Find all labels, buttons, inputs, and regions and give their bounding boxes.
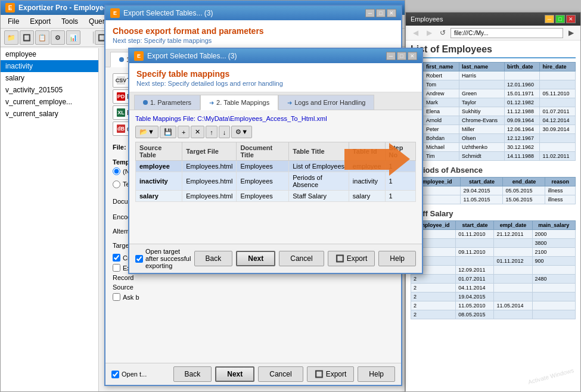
- menu-file[interactable]: File: [3, 16, 24, 27]
- mappings-open-btn[interactable]: 📂▼: [135, 126, 159, 138]
- next-button-back[interactable]: Next: [215, 366, 254, 382]
- row-inactivity-source: inactivity: [136, 172, 182, 191]
- mappings-add-btn[interactable]: +: [178, 126, 189, 138]
- salary-table: employee_id start_date empl_date main_sa…: [411, 220, 576, 319]
- emp-col-lname: last_name: [459, 63, 504, 71]
- open-target-checkbox-back[interactable]: [111, 371, 119, 378]
- dialog-back-minimize[interactable]: ─: [365, 9, 375, 17]
- browser-window: Employees ─ □ ✕ ◀ ▶ ↺ ▶ List of Employee…: [405, 12, 581, 392]
- abs-col-start: start_date: [461, 178, 503, 186]
- ask-row: Ask b: [113, 293, 394, 301]
- address-bar[interactable]: [450, 28, 563, 38]
- ask-label: Ask b: [123, 294, 139, 301]
- dialog-back-close[interactable]: ✕: [387, 9, 396, 17]
- browser-close[interactable]: ✕: [566, 15, 576, 23]
- row-salary-step-no: 1: [385, 191, 415, 202]
- toolbar-btn-3[interactable]: 📋: [35, 30, 49, 45]
- help-button-front[interactable]: Help: [378, 251, 416, 266]
- absence-table: employee_id start_date end_date reason 5…: [411, 177, 576, 204]
- col-header-table-title: Table Title: [289, 142, 349, 161]
- dialog-front-title: Export Selected Tables... (3): [147, 52, 237, 60]
- mappings-save-btn[interactable]: 💾: [160, 126, 176, 138]
- help-button-back[interactable]: Help: [358, 366, 395, 382]
- abs-col-reason: reason: [545, 178, 576, 186]
- back-button-back[interactable]: Back: [173, 366, 212, 382]
- row-salary-target: Employees.html: [182, 191, 237, 202]
- pdf-icon: PD: [117, 92, 125, 101]
- browser-back-btn[interactable]: ◀: [409, 27, 421, 38]
- back-button-front[interactable]: Back: [194, 251, 233, 266]
- mappings-up-btn[interactable]: ↑: [206, 126, 218, 138]
- sidebar-item-salary[interactable]: salary: [1, 72, 98, 84]
- sidebar-item-inactivity[interactable]: inactivity: [1, 60, 98, 72]
- sidebar-item-v-current-salary[interactable]: v_current_salary: [1, 108, 98, 120]
- browser-content: List of Employees id first_name last_nam…: [406, 41, 580, 323]
- table-row-salary[interactable]: salary Employees.html Employees Staff Sa…: [136, 191, 416, 202]
- toolbar-btn-5[interactable]: 📊: [66, 30, 80, 45]
- sidebar-item-label-salary: salary: [5, 74, 24, 82]
- next-button-front[interactable]: Next: [236, 251, 275, 266]
- sidebar-item-label-inactivity: inactivity: [5, 62, 33, 70]
- mappings-config-btn[interactable]: ⚙▼: [231, 126, 252, 138]
- sidebar-item-v-current-employee[interactable]: v_current_employe...: [1, 96, 98, 108]
- toolbar-btn-2[interactable]: 🔲: [20, 30, 34, 45]
- row-employee-doc-title: Employees: [237, 161, 289, 172]
- open-target-checkbox-front[interactable]: [135, 255, 143, 263]
- toolbar-btn-4[interactable]: ⚙: [51, 30, 65, 45]
- browser-minimize[interactable]: ─: [545, 15, 554, 23]
- dialog-back-maximize[interactable]: □: [376, 9, 386, 17]
- dialog-front-restore[interactable]: □: [397, 52, 406, 60]
- cancel-button-back[interactable]: Cancel: [258, 366, 303, 382]
- export-button-back[interactable]: 🔲 Export: [307, 366, 355, 382]
- sidebar-item-employee[interactable]: employee: [1, 48, 98, 60]
- page-title: List of Employees: [411, 44, 576, 58]
- row-employee-source: employee: [136, 161, 182, 172]
- sidebar-item-label-v-current-employee: v_current_employe...: [5, 98, 72, 106]
- dialog-back-footer: Open t... Back Next Cancel 🔲 Export Help: [105, 363, 401, 385]
- create-checkbox[interactable]: [113, 254, 120, 262]
- menu-tools[interactable]: Tools: [57, 16, 83, 27]
- toolbar-btn-1[interactable]: 📁: [4, 30, 18, 45]
- mappings-toolbar: 📂▼ 💾 + ✕ ↑ ↓ ⚙▼: [135, 126, 416, 138]
- tab-logs-front[interactable]: ➜ Logs and Error Handling: [278, 95, 374, 110]
- salary-title: Staff Salary: [411, 209, 576, 218]
- mappings-down-btn[interactable]: ↓: [219, 126, 231, 138]
- dialog-front-footer: Open target after successful exporting B…: [129, 244, 422, 273]
- browser-maximize[interactable]: □: [555, 15, 565, 23]
- sidebar-item-v-activity[interactable]: v_activity_201505: [1, 84, 98, 96]
- cancel-button-front[interactable]: Cancel: [279, 251, 324, 266]
- dialog-back-header: Choose export format and parameters Next…: [105, 20, 401, 49]
- dialog-front-sub-header: Next step: Specify detailed logs and err…: [136, 80, 415, 87]
- arrow-indicator: [344, 143, 410, 178]
- row-salary-doc-title: Employees: [237, 191, 289, 202]
- dialog-front-minimize[interactable]: ─: [386, 52, 396, 60]
- tab-table-mappings-front[interactable]: ➜ 2. Table Mappings: [200, 95, 278, 110]
- col-header-doc-title: Document Title: [237, 142, 289, 161]
- browser-title: Employees: [411, 15, 443, 23]
- app-icon: E: [5, 3, 15, 13]
- dialog-back-titlebar: E Export Selected Tables... (3) ─ □ ✕: [105, 6, 401, 20]
- menu-export[interactable]: Export: [25, 16, 55, 27]
- browser-refresh-btn[interactable]: ↺: [437, 27, 449, 38]
- export-button-front[interactable]: 🔲 Export: [328, 251, 375, 266]
- browser-nav: ◀ ▶ ↺ ▶: [406, 26, 580, 41]
- export-checkbox[interactable]: [113, 264, 120, 272]
- tab-parameters-front[interactable]: 1. Parameters: [134, 95, 200, 110]
- mappings-delete-btn[interactable]: ✕: [191, 126, 204, 138]
- sidebar-item-label-employee: employee: [5, 50, 36, 58]
- dialog-back-icon: E: [110, 8, 120, 18]
- sal-col-empldate: empl_date: [494, 221, 532, 230]
- dialog-front-close[interactable]: ✕: [408, 52, 417, 60]
- emp-col-fname: first_name: [423, 63, 459, 71]
- row-inactivity-target: Employees.html: [182, 172, 237, 191]
- browser-titlebar: Employees ─ □ ✕: [406, 13, 580, 26]
- row-salary-table-id: salary: [349, 191, 385, 202]
- browser-go-btn[interactable]: ▶: [565, 27, 577, 38]
- open-target-label-back: Open t...: [122, 371, 147, 378]
- tab-parameters-front-label: 1. Parameters: [150, 99, 191, 106]
- emp-col-birth: birth_date: [504, 63, 540, 71]
- export-icon-front: 🔲: [335, 254, 344, 263]
- ask-checkbox[interactable]: [113, 293, 120, 301]
- browser-forward-btn[interactable]: ▶: [423, 27, 435, 38]
- sal-col-start: start_date: [456, 221, 494, 230]
